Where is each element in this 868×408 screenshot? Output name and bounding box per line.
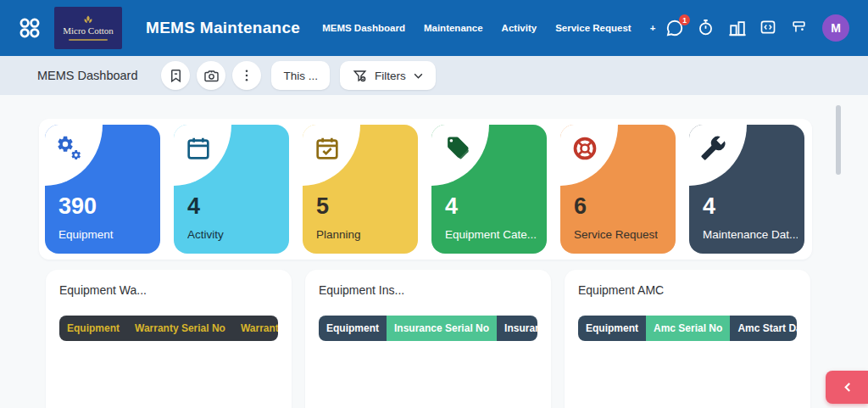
- more-options-button[interactable]: [232, 61, 261, 90]
- camera-icon: [203, 68, 220, 84]
- nav-item-service-request[interactable]: Service Request: [555, 23, 632, 33]
- stat-label: Maintenance Dat...: [703, 228, 798, 241]
- nav-item-activity[interactable]: Activity: [502, 23, 537, 33]
- user-avatar[interactable]: M: [822, 14, 849, 42]
- chat-icon[interactable]: 1: [665, 19, 684, 37]
- toolbar-buttons: [161, 61, 261, 90]
- bookmark-minus-icon: [168, 68, 184, 84]
- wrench-icon: [700, 135, 729, 164]
- stat-value: 4: [703, 195, 715, 218]
- screenshot-button[interactable]: [197, 61, 225, 90]
- gears-icon: [56, 135, 85, 164]
- stat-label: Planning: [316, 228, 361, 241]
- table-header-row: Equipment Amc Serial No Amc Start Da: [578, 316, 797, 341]
- dashboard-toolbar: MEMS Dashboard This ... Filte: [0, 56, 868, 95]
- logo-tagline-rule: [69, 39, 108, 41]
- column-header[interactable]: Equipment: [319, 316, 387, 341]
- stat-label: Equipment: [58, 228, 114, 241]
- stat-label: Activity: [187, 228, 224, 241]
- chevron-left-icon: [843, 382, 851, 393]
- main-nav: MEMS Dashboard Maintenance Activity Serv…: [322, 23, 655, 33]
- company-logo[interactable]: Micro Cotton: [54, 7, 122, 49]
- table-header-row: Equipment Insurance Serial No Insuran: [319, 316, 537, 341]
- stat-card-maintenance-date[interactable]: 4 Maintenance Dat...: [689, 125, 804, 254]
- column-header[interactable]: Warranty Serial No: [127, 316, 233, 341]
- column-header[interactable]: Equipment: [59, 316, 127, 341]
- nav-add-button[interactable]: +: [650, 23, 656, 33]
- page-title: MEMS Maintenance: [146, 19, 300, 37]
- cotton-emblem-icon: [81, 15, 95, 25]
- logo-text: Micro Cotton: [63, 25, 114, 36]
- apps-grid-icon[interactable]: [19, 17, 41, 39]
- stat-value: 5: [316, 195, 329, 218]
- calendar-check-icon: [314, 135, 342, 164]
- table-title: Equipment AMC: [578, 283, 797, 297]
- header-actions: 1 M: [665, 14, 849, 42]
- nav-item-mems-dashboard[interactable]: MEMS Dashboard: [322, 23, 405, 33]
- buildings-icon[interactable]: [728, 19, 747, 37]
- stat-card-equipment[interactable]: 390 Equipment: [45, 125, 160, 254]
- equipment-warranty-card: Equipment Wa... Equipment Warranty Seria…: [46, 270, 292, 408]
- tags-icon: [442, 135, 471, 164]
- dashboard-tables: Equipment Wa... Equipment Warranty Seria…: [46, 270, 810, 408]
- stat-value: 4: [187, 195, 200, 218]
- carousel-prev-button[interactable]: [826, 371, 868, 404]
- stat-value: 390: [58, 195, 97, 218]
- stat-card-equipment-category[interactable]: 4 Equipment Cate...: [431, 125, 547, 254]
- table-header-row: Equipment Warranty Serial No Warrant: [59, 316, 278, 341]
- stat-value: 6: [574, 195, 587, 218]
- nav-item-maintenance[interactable]: Maintenance: [424, 23, 483, 33]
- stopwatch-icon[interactable]: [697, 19, 715, 37]
- vertical-scrollbar[interactable]: [836, 105, 841, 175]
- calendar-icon: [185, 135, 214, 164]
- column-header[interactable]: Insuran: [497, 316, 537, 341]
- table-title: Equipment Wa...: [59, 283, 278, 297]
- stat-label: Service Request: [574, 228, 658, 241]
- filters-label: Filters: [375, 70, 406, 82]
- column-header[interactable]: Equipment: [578, 316, 646, 341]
- period-selector[interactable]: This ...: [271, 61, 330, 90]
- kebab-menu-icon: [239, 68, 254, 83]
- stat-card-carousel: 390 Equipment 4 Activity 5 Planning: [39, 119, 812, 260]
- table-title: Equipment Ins...: [319, 283, 537, 297]
- column-header-highlighted[interactable]: Amc Serial No: [646, 316, 730, 341]
- equipment-insurance-card: Equipment Ins... Equipment Insurance Ser…: [305, 270, 551, 408]
- lifebuoy-icon: [571, 135, 600, 164]
- stat-card-planning[interactable]: 5 Planning: [303, 125, 418, 254]
- chevron-down-icon: [413, 72, 424, 80]
- notification-badge: 1: [679, 14, 690, 25]
- flag-icon[interactable]: [791, 19, 810, 37]
- column-header-highlighted[interactable]: Insurance Serial No: [387, 316, 497, 341]
- breadcrumb: MEMS Dashboard: [37, 69, 137, 82]
- period-label: This ...: [283, 70, 318, 82]
- bookmark-button[interactable]: [161, 61, 190, 90]
- stat-card-service-request[interactable]: 6 Service Request: [560, 125, 676, 254]
- funnel-icon: [352, 68, 368, 84]
- equipment-amc-card: Equipment AMC Equipment Amc Serial No Am…: [565, 270, 810, 408]
- code-box-icon[interactable]: [760, 19, 778, 37]
- column-header[interactable]: Warrant: [233, 316, 278, 341]
- top-header-bar: Micro Cotton MEMS Maintenance MEMS Dashb…: [0, 0, 868, 56]
- filters-button[interactable]: Filters: [340, 61, 436, 90]
- stat-card-activity[interactable]: 4 Activity: [174, 125, 289, 254]
- column-header[interactable]: Amc Start Da: [730, 316, 797, 341]
- stat-label: Equipment Cate...: [445, 228, 537, 241]
- stat-value: 4: [445, 195, 458, 218]
